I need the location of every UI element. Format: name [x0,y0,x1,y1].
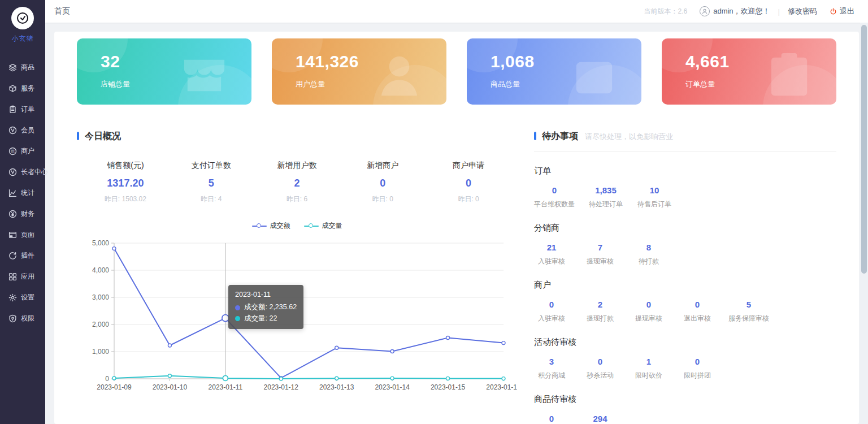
brand-name: 小玄猪 [0,34,45,44]
sidebar-item-4[interactable]: 会员 [0,120,45,141]
todo-item[interactable]: 10待售后订单 [637,185,672,209]
sidebar-item-label: 页面 [21,230,34,240]
elder-icon [8,168,17,177]
todo-item[interactable]: 1,835待处理订单 [588,185,623,209]
todo-item[interactable]: 0提现审核 [631,300,666,323]
todo-item[interactable]: 0限时拼团 [680,357,715,380]
sidebar-item-label: 统计 [21,188,34,198]
todo-item-value: 7 [583,243,618,252]
todo-item[interactable]: 0商品审核 [534,414,569,424]
scrollbar-thumb[interactable] [861,25,867,274]
todo-item-value: 0 [534,185,575,195]
todo-item-value: 0 [534,300,569,309]
sidebar-item-13[interactable]: 权限 [0,308,45,329]
sidebar-item-label: 应用 [21,272,34,282]
today-stat-yesterday: 昨日: 0 [441,194,496,204]
todo-item[interactable]: 8待打款 [631,243,666,266]
sidebar-item-1[interactable]: 商品 [0,57,45,78]
todo-item[interactable]: 3积分商城 [534,357,569,380]
today-stat-5: 商户申请0昨日: 0 [441,161,496,204]
todo-item[interactable]: 2提现打款 [583,300,618,323]
today-stat-yesterday: 昨日: 4 [184,194,238,204]
pig-logo-icon [11,7,34,29]
todo-item-value: 1,835 [588,185,623,195]
sidebar-item-11[interactable]: 应用 [0,266,45,287]
today-stat-3: 新增用户数2昨日: 6 [270,161,324,204]
shield-icon [8,314,17,323]
todo-item-label: 平台维权数量 [534,200,575,209]
todo-item-label: 提现审核 [631,314,666,323]
legend-marker-icon [252,223,267,230]
clipboard-icon [762,49,816,105]
todo-item[interactable]: 5服务保障审核 [728,300,769,323]
todo-item-label: 提现打款 [583,314,618,323]
todo-section-title: 活动待审核 [534,337,836,348]
today-stat-2: 支付订单数5昨日: 4 [184,161,238,204]
todo-title: 待办事项 [542,131,578,142]
today-stat-label: 新增商户 [355,161,410,171]
svg-text:2023-01-15: 2023-01-15 [431,383,466,391]
page-scrollbar[interactable] [860,23,868,424]
logout-button[interactable]: 退出 [830,6,854,16]
power-icon [830,8,837,15]
legend-item-成交额[interactable]: 成交额 [252,221,290,231]
sidebar-item-7[interactable]: 统计 [0,183,45,204]
svg-text:2023-01-11: 2023-01-11 [209,383,243,391]
today-stat-label: 新增用户数 [270,161,324,171]
todo-section-2: 分销商21入驻审核7提现审核8待打款 [534,223,836,266]
svg-text:2023-01-16: 2023-01-16 [486,383,517,391]
todo-item[interactable]: 0退出审核 [680,300,715,323]
stat-card-2: 141,326用户总量 [272,38,446,105]
todo-item[interactable]: 294评价审核 [583,414,618,424]
sidebar-item-6[interactable]: 长者中心 [0,162,45,183]
todo-item[interactable]: 7提现审核 [583,243,618,266]
sales-trend-chart[interactable]: 01,0002,0003,0004,0005,0002023-01-092023… [77,235,517,402]
svg-text:1,000: 1,000 [92,348,109,356]
sidebar-item-label: 服务 [21,84,34,93]
change-password-link[interactable]: 修改密码 [788,6,817,16]
svg-text:2023-01-12: 2023-01-12 [264,383,299,391]
sidebar-item-9[interactable]: 页面 [0,224,45,245]
store-icon [177,49,231,105]
today-stats-row: 销售额(元)1317.20昨日: 1503.02支付订单数5昨日: 4新增用户数… [77,161,517,204]
todo-item[interactable]: 21入驻审核 [534,243,569,266]
todo-item[interactable]: 1限时砍价 [631,357,666,380]
stat-cards-row: 32店铺总量141,326用户总量1,068商品总量4,661订单总量 [77,38,836,105]
todo-item-value: 3 [534,357,569,366]
sidebar-item-label: 插件 [21,251,34,261]
today-stat-value: 5 [184,178,238,189]
sidebar-item-label: 财务 [21,209,34,219]
main-content: 32店铺总量141,326用户总量1,068商品总量4,661订单总量 今日概况… [54,32,859,424]
sidebar-item-3[interactable]: 订单 [0,99,45,120]
sidebar-item-label: 商品 [21,63,34,72]
legend-label: 成交额 [270,221,290,231]
stats-icon [8,189,17,198]
todo-section-4: 活动待审核3积分商城0秒杀活动1限时砍价0限时拼团 [534,337,836,380]
chart-canvas[interactable]: 01,0002,0003,0004,0005,0002023-01-092023… [77,235,517,393]
brand-logo[interactable]: 小玄猪 [0,0,45,44]
sidebar-item-10[interactable]: 插件 [0,245,45,266]
today-stat-1: 销售额(元)1317.20昨日: 1503.02 [98,161,153,204]
legend-item-成交量[interactable]: 成交量 [304,221,342,231]
stat-card-4: 4,661订单总量 [662,38,836,105]
sidebar-item-5[interactable]: 供商户 [0,141,45,162]
svg-text:2023-01-09: 2023-01-09 [97,383,132,391]
sidebar-item-8[interactable]: 财务 [0,204,45,224]
todo-item[interactable]: 0入驻审核 [534,300,569,323]
merchant-icon: 供 [8,147,17,156]
sidebar-item-2[interactable]: 服务 [0,78,45,99]
todo-item-label: 入驻审核 [534,257,569,266]
chart-legend: 成交额成交量 [77,221,517,231]
todo-item[interactable]: 0平台维权数量 [534,185,575,209]
todo-item-value: 10 [637,185,672,195]
layers-icon [8,63,17,72]
todo-section-5: 商品待审核0商品审核294评价审核 [534,394,836,424]
todo-subtitle: 请尽快处理，以免影响营业 [585,132,673,142]
todo-section-title: 商品待审核 [534,394,836,405]
todo-item[interactable]: 0秒杀活动 [583,357,618,380]
bag-icon [567,49,621,105]
todo-panel: 待办事项 请尽快处理，以免影响营业 订单0平台维权数量1,835待处理订单10待… [534,131,836,424]
sidebar-item-12[interactable]: 设置 [0,287,45,308]
breadcrumb[interactable]: 首页 [54,6,70,16]
today-stat-value: 2 [270,178,324,189]
